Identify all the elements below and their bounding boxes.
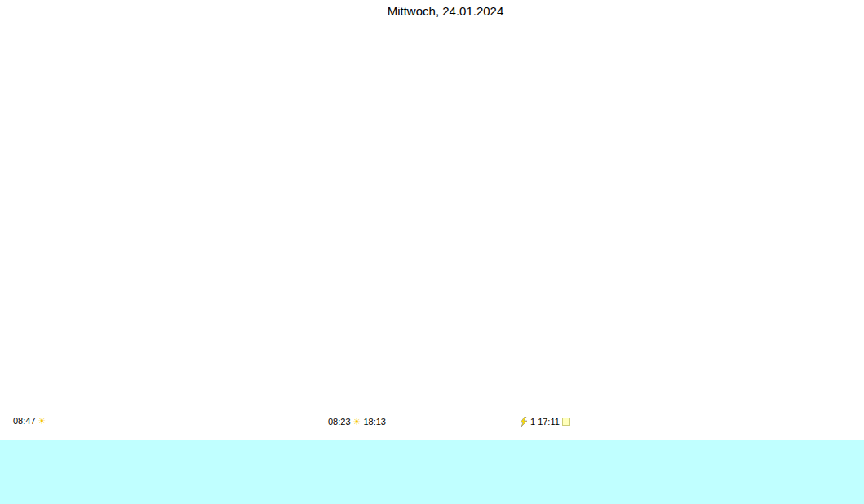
weather-app-window: Mittwoch, 24.01.2024 08:47 ☀ 08:23 ☀ 18:… xyxy=(0,0,864,504)
lightning-count-label: 1 xyxy=(530,417,535,427)
stats-table xyxy=(0,440,864,504)
sunset-time-label: 18:13 xyxy=(363,417,386,427)
lightning-time-label: 17:11 xyxy=(538,417,560,427)
marker-box-icon xyxy=(562,418,570,426)
annotation-sunrise-sunset: 08:23 ☀ 18:13 xyxy=(328,417,386,427)
bottom-left-time-label: 08:47 xyxy=(13,416,36,426)
plot-area xyxy=(148,53,742,401)
sun-icon: ☀ xyxy=(38,417,47,425)
sunrise-sun-icon: ☀ xyxy=(353,418,361,426)
annotation-lightning: 1 17:11 xyxy=(520,417,570,427)
weather-chart xyxy=(0,0,864,436)
lightning-icon xyxy=(520,417,528,427)
sunrise-time-label: 08:23 xyxy=(328,417,351,427)
annotation-bottom-left-time: 08:47 ☀ xyxy=(13,416,46,426)
